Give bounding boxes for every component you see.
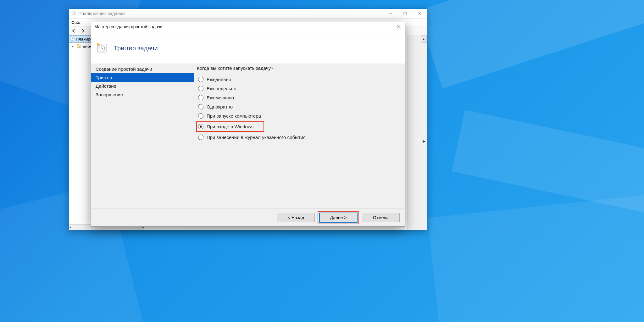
chevron-right-icon[interactable]: ▶ (423, 139, 425, 143)
chevron-right-icon: ▸ (72, 45, 75, 48)
step-action[interactable]: Действие (91, 82, 194, 90)
radio-logon[interactable]: При входе в Windows (197, 122, 262, 131)
radio-label: Ежедневно (207, 77, 231, 82)
wizard-content: Когда вы хотите запускать задачу? Ежедне… (194, 64, 405, 209)
close-button[interactable] (412, 9, 427, 18)
wizard-title: Мастер создания простой задачи (94, 24, 163, 29)
menu-file[interactable]: Файл (71, 20, 81, 25)
radio-weekly[interactable]: Еженедельно (197, 84, 402, 93)
step-trigger[interactable]: Триггер (91, 73, 194, 82)
actions-pane: ▲ ▶ (408, 35, 427, 230)
step-finish[interactable]: Завершение (91, 90, 194, 99)
radio-startup[interactable]: При запуске компьютера (197, 112, 402, 120)
scroll-up-button[interactable]: ▲ (421, 35, 427, 43)
titlebar[interactable]: Планировщик заданий (69, 9, 427, 19)
wizard-header-title: Триггер задачи (114, 45, 158, 52)
close-button[interactable] (392, 21, 405, 32)
wizard-header: Триггер задачи (91, 32, 405, 64)
back-button[interactable] (70, 27, 78, 34)
radio-label: При занесении в журнал указанного событи… (207, 135, 306, 140)
radio-icon (198, 135, 203, 140)
back-button[interactable]: < Назад (277, 213, 315, 222)
radio-label: Еженедельно (207, 86, 236, 91)
window-title: Планировщик заданий (78, 11, 125, 16)
radio-icon (198, 113, 203, 119)
forward-button[interactable] (79, 27, 86, 34)
step-create[interactable]: Создание простой задачи (91, 65, 194, 73)
radio-daily[interactable]: Ежедневно (197, 75, 402, 84)
radio-icon (198, 77, 203, 82)
scroll-left-icon[interactable]: ◂ (69, 225, 71, 229)
clock-icon (71, 11, 76, 17)
clock-icon (70, 36, 75, 42)
radio-icon (198, 104, 203, 109)
radio-label: При запуске компьютера (207, 113, 261, 119)
maximize-button[interactable] (398, 9, 412, 18)
svg-rect-1 (404, 12, 407, 15)
wizard-footer: < Назад Далее > Отмена (91, 208, 405, 226)
radio-label: Ежемесячно (207, 95, 234, 100)
cancel-button[interactable]: Отмена (362, 213, 400, 222)
minimize-button[interactable] (383, 9, 398, 18)
wizard-icon (96, 42, 108, 55)
radio-icon (198, 86, 203, 91)
annotation-highlight: При входе в Windows (196, 121, 264, 132)
radio-icon (198, 95, 203, 100)
create-basic-task-wizard: Мастер создания простой задачи Триггер з… (91, 21, 405, 227)
radio-label: Однократно (207, 104, 233, 109)
radio-label: При входе в Windows (207, 124, 253, 129)
wizard-steps: Создание простой задачи Триггер Действие… (91, 64, 194, 209)
radio-monthly[interactable]: Ежемесячно (197, 93, 402, 102)
wizard-titlebar[interactable]: Мастер создания простой задачи (91, 21, 405, 32)
radio-event[interactable]: При занесении в журнал указанного событи… (197, 133, 402, 142)
radio-once[interactable]: Однократно (197, 103, 402, 111)
radio-icon-selected (198, 124, 203, 129)
next-button[interactable]: Далее > (319, 213, 358, 223)
folder-icon (77, 44, 81, 49)
trigger-question: Когда вы хотите запускать задачу? (197, 65, 402, 71)
